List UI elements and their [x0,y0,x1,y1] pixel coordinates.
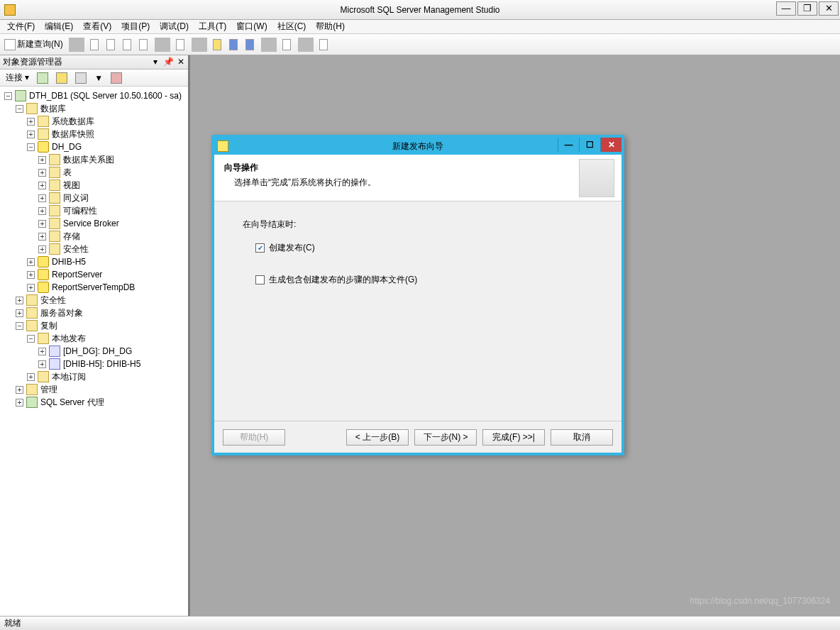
tree-programmability[interactable]: +可编程性 [3,204,188,217]
window-controls: — ❐ ✕ [775,1,839,16]
toolbar-icon-3[interactable] [120,37,136,52]
menu-help[interactable]: 帮助(H) [311,20,349,33]
tree-dbdiag[interactable]: +数据库关系图 [3,153,188,166]
create-publication-row: 创建发布(C) [243,242,593,254]
app-icon [4,4,16,16]
menu-window[interactable]: 窗口(W) [232,20,271,33]
folder-icon [49,205,60,216]
app-title: Microsoft SQL Server Management Studio [341,5,500,15]
connect-button[interactable]: 连接 ▾ [3,71,32,85]
database-icon [38,282,49,293]
toolbar-icon-5[interactable] [173,37,189,52]
toolbar-icon-2[interactable] [104,37,119,52]
create-publication-checkbox[interactable] [255,243,265,253]
panel-pin-icon[interactable]: 📌 [162,57,174,67]
toolbar-icon-9[interactable] [280,37,295,52]
tree-localsub[interactable]: +本地订阅 [3,370,188,383]
separator [192,38,207,52]
tree-db-security[interactable]: +安全性 [3,243,188,255]
folder-icon [49,231,60,242]
menu-view[interactable]: 查看(V) [79,20,116,33]
dialog-titlebar[interactable]: 新建发布向导 — ☐ ✕ [214,138,621,155]
object-tree: −DTH_DB1 (SQL Server 10.50.1600 - sa) −数… [0,87,188,616]
folder-icon [49,218,60,229]
folder-icon [49,167,60,178]
publication-icon [49,346,60,357]
tree-databases[interactable]: −数据库 [3,102,188,115]
tree-localpub[interactable]: −本地发布 [3,332,188,345]
create-publication-label: 创建发布(C) [269,242,315,254]
new-query-icon [4,39,16,50]
panel-tb-1[interactable] [34,71,51,85]
tree-servicebroker[interactable]: +Service Broker [3,217,188,230]
maximize-button[interactable]: ❐ [797,1,817,16]
folder-icon [38,371,49,382]
close-button[interactable]: ✕ [819,1,839,16]
tree-tables[interactable]: +表 [3,166,188,179]
toolbar-open-icon[interactable] [210,37,226,52]
toolbar-saveall-icon[interactable] [243,37,258,52]
folder-icon [26,103,38,114]
panel-tb-2[interactable] [53,71,70,85]
separator [298,38,314,52]
generate-script-checkbox[interactable] [255,275,265,284]
watermark: https://blog.csdn.net/qq_1077306324 [690,596,831,606]
menu-project[interactable]: 项目(P) [117,20,154,33]
tree-views[interactable]: +视图 [3,179,188,192]
server-icon [15,90,26,101]
folder-icon [26,294,38,306]
panel-title: 对象资源管理器 [3,56,62,68]
cancel-button[interactable]: 取消 [551,429,613,446]
folder-icon [49,243,60,255]
minimize-button[interactable]: — [776,1,796,16]
menu-tools[interactable]: 工具(T) [194,20,231,33]
folder-icon [49,179,60,191]
tree-agent[interactable]: +SQL Server 代理 [3,396,188,409]
finish-button[interactable]: 完成(F) >>| [482,429,545,446]
tree-server-root[interactable]: −DTH_DB1 (SQL Server 10.50.1600 - sa) [3,89,188,102]
tree-db-reportservertemp[interactable]: +ReportServerTempDB [3,281,188,294]
menu-file[interactable]: 文件(F) [3,20,39,33]
tree-dbsnap[interactable]: +数据库快照 [3,128,188,140]
new-query-button[interactable]: 新建查询(N) [1,37,66,52]
tree-sysdb[interactable]: +系统数据库 [3,115,188,128]
tree-pub1[interactable]: +[DH_DG]: DH_DG [3,345,188,358]
database-icon [38,269,49,280]
generate-script-row: 生成包含创建发布的步骤的脚本文件(G) [243,274,593,286]
tree-db-reportserver[interactable]: +ReportServer [3,268,188,281]
panel-tb-5[interactable] [108,71,125,85]
menubar: 文件(F) 编辑(E) 查看(V) 项目(P) 调试(D) 工具(T) 窗口(W… [0,20,840,34]
dialog-close-button[interactable]: ✕ [600,138,621,152]
next-button[interactable]: 下一步(N) > [414,429,477,446]
panel-dropdown-icon[interactable]: ▾ [150,57,161,67]
help-button[interactable]: 帮助(H) [223,429,285,446]
toolbar-icon-10[interactable] [316,37,332,52]
tree-synonyms[interactable]: +同义词 [3,192,188,204]
tree-replication[interactable]: −复制 [3,319,188,332]
menu-edit[interactable]: 编辑(E) [40,20,77,33]
tree-storage[interactable]: +存储 [3,230,188,243]
panel-close-icon[interactable]: ✕ [175,57,187,67]
dialog-minimize-button[interactable]: — [558,138,579,152]
toolbar-save-icon[interactable] [226,37,242,52]
tree-db-dhib[interactable]: +DHIB-H5 [3,255,188,268]
work-area: 新建发布向导 — ☐ ✕ 向导操作 选择单击“完成”后系统将执行的操作。 在向导… [190,55,840,616]
dialog-maximize-button[interactable]: ☐ [579,138,600,152]
menu-community[interactable]: 社区(C) [273,20,311,33]
panel-tb-3[interactable] [72,71,89,85]
main-row: 对象资源管理器 ▾ 📌 ✕ 连接 ▾ ▼ −DTH_DB1 (SQL Serve… [0,55,840,616]
tree-security[interactable]: +安全性 [3,294,188,306]
back-button[interactable]: < 上一步(B) [346,429,409,446]
database-icon [38,256,49,267]
folder-icon [26,320,38,331]
titlebar: Microsoft SQL Server Management Studio —… [0,0,840,20]
tree-pub2[interactable]: +[DHIB-H5]: DHIB-H5 [3,358,188,370]
tree-serverobjects[interactable]: +服务器对象 [3,306,188,319]
tree-db-dhdg[interactable]: −DH_DG [3,140,188,153]
toolbar-icon-4[interactable] [136,37,152,52]
object-explorer-panel: 对象资源管理器 ▾ 📌 ✕ 连接 ▾ ▼ −DTH_DB1 (SQL Serve… [0,55,190,616]
panel-tb-filter[interactable]: ▼ [92,71,106,85]
menu-debug[interactable]: 调试(D) [155,20,193,33]
tree-management[interactable]: +管理 [3,383,188,396]
toolbar-icon-1[interactable] [87,37,103,52]
